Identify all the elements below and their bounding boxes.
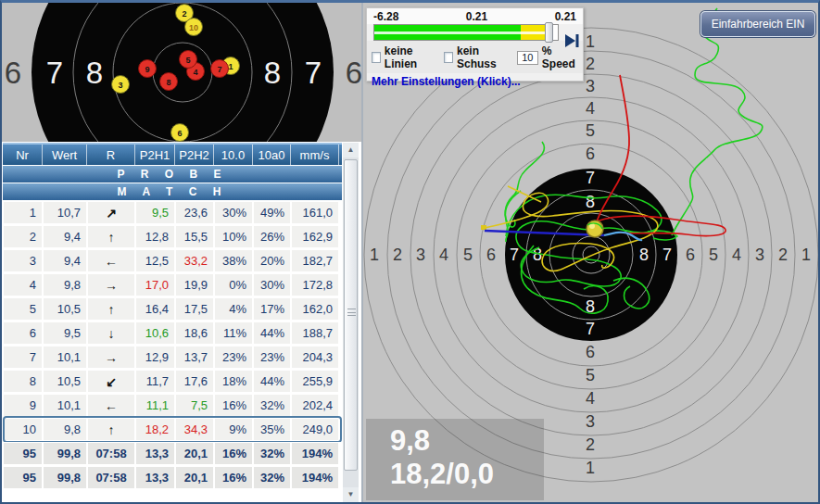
- table-row[interactable]: 510,5↑16,417,54%17%162,0: [3, 297, 342, 321]
- cell-wert: 9,4: [43, 225, 87, 248]
- cell-p2h1: 18,2: [135, 418, 175, 441]
- cell-wert: 10,7: [43, 201, 87, 224]
- ring-number: 4: [586, 389, 595, 408]
- einfahrbereich-button[interactable]: Einfahrbereich EIN: [700, 11, 815, 37]
- table-header: NrWertRP2H1P2H210.010a0mm/s: [3, 143, 342, 165]
- ring-number: 6: [586, 145, 595, 163]
- ring-number: 7: [510, 246, 519, 264]
- table-sum-row[interactable]: 9599,807:5813,320,116%32%194%: [3, 466, 342, 489]
- ring-number: 5: [586, 366, 595, 384]
- cell-t10: 9%: [214, 418, 253, 441]
- shot-marker-3: 3: [112, 76, 130, 94]
- column-header-nr: Nr: [3, 145, 43, 165]
- cell-mms: 249,0: [291, 418, 339, 441]
- column-header-p2h2: P2H2: [175, 145, 214, 165]
- ring-number: 6: [586, 343, 595, 361]
- table-row[interactable]: 810,5↙11,717,618%44%255,9: [3, 370, 342, 393]
- cell-t10a0: 32%: [253, 466, 291, 489]
- cell-t10a0: 20%: [253, 249, 291, 272]
- cell-wert: 9,4: [43, 249, 87, 272]
- column-header-10a0: 10a0: [253, 145, 291, 165]
- table-scrollbar[interactable]: ▲ ▼: [343, 143, 359, 502]
- ring-number: 3: [586, 412, 595, 431]
- table-row[interactable]: 910,1←11,17,516%32%202,4: [3, 394, 342, 417]
- cell-wert: 9,8: [43, 418, 87, 441]
- speed-input[interactable]: [517, 51, 538, 65]
- cell-p2h2: 17,5: [175, 297, 214, 321]
- table-row[interactable]: 39,4←12,533,238%20%182,7: [3, 249, 342, 272]
- shot-marker-9: 9: [139, 60, 157, 78]
- cell-nr: 7: [3, 346, 43, 369]
- cell-t10: 18%: [214, 370, 253, 393]
- scale-value-left: -6.28: [373, 10, 398, 23]
- scroll-up-icon[interactable]: ▲: [343, 143, 359, 158]
- table-row[interactable]: 110,7↗9,523,630%49%161,0: [3, 201, 342, 224]
- table-row[interactable]: 109,8↑18,234,39%35%249,0: [3, 418, 342, 441]
- cell-r: ↑: [87, 297, 135, 321]
- cell-mms: 194%: [291, 442, 339, 465]
- cell-t10: 10%: [214, 225, 253, 248]
- cell-p2h2: 20,1: [175, 442, 214, 465]
- play-button[interactable]: [563, 32, 580, 50]
- cell-nr: 95: [3, 466, 43, 489]
- cell-t10: 0%: [214, 273, 253, 296]
- table-sum-row[interactable]: 9599,807:5813,320,116%32%194%: [3, 442, 342, 465]
- svg-text:5: 5: [185, 56, 190, 65]
- cell-t10a0: 44%: [253, 370, 291, 393]
- checkbox-keine-linien-label: keine Linien: [385, 44, 435, 70]
- checkbox-kein-schuss[interactable]: [444, 52, 453, 63]
- cell-wert: 9,5: [43, 321, 87, 345]
- cell-t10a0: 17%: [253, 297, 291, 321]
- cell-mms: 182,7: [291, 249, 339, 272]
- last-shot-score: 9,8: [390, 424, 544, 458]
- cell-t10a0: 32%: [253, 442, 291, 465]
- ring-number: 5: [709, 246, 718, 264]
- cell-p2h2: 34,3: [175, 418, 214, 441]
- ring-number: 3: [416, 246, 425, 264]
- ring-number: 8: [639, 246, 649, 264]
- cell-mms: 161,0: [291, 201, 339, 224]
- cell-t10: 16%: [214, 442, 253, 465]
- ring-number: 8: [586, 193, 595, 211]
- cell-r: →: [87, 346, 135, 369]
- cell-t10a0: 26%: [253, 225, 291, 248]
- table-row[interactable]: 29,4↑12,815,510%26%162,9: [3, 225, 342, 248]
- ring-number: 6: [486, 246, 496, 264]
- cell-p2h1: 11,1: [135, 394, 175, 417]
- cell-nr: 8: [3, 370, 43, 393]
- cell-r: ↓: [87, 321, 135, 345]
- cell-wert: 10,1: [43, 346, 87, 369]
- cell-r: 07:58: [87, 442, 135, 465]
- cell-nr: 1: [3, 201, 43, 224]
- more-settings-link[interactable]: Mehr Einstellungen (Klick)...: [367, 73, 583, 90]
- cell-t10: 11%: [214, 321, 253, 345]
- cell-mms: 162,0: [291, 297, 339, 321]
- table-row[interactable]: 49,8→17,019,90%30%172,8: [3, 273, 342, 296]
- cell-wert: 99,8: [43, 466, 87, 489]
- table-row[interactable]: 710,1→12,913,723%23%204,3: [3, 346, 342, 369]
- svg-text:7: 7: [217, 65, 221, 74]
- ring-number: 1: [586, 459, 595, 477]
- scrollbar-thumb[interactable]: [344, 159, 358, 471]
- mini-target-svg: 67887621093861457: [2, 3, 361, 142]
- trace-progress-bar[interactable]: [373, 24, 559, 41]
- checkbox-keine-linien[interactable]: [372, 52, 381, 63]
- cell-nr: 9: [3, 394, 43, 417]
- cell-t10a0: 32%: [253, 394, 291, 417]
- play-icon: [563, 32, 580, 50]
- ring-number: 3: [755, 246, 764, 264]
- cell-p2h1: 10,6: [135, 321, 175, 345]
- cell-t10: 16%: [214, 394, 253, 417]
- scale-value-mid: 0.21: [466, 10, 487, 23]
- cell-t10a0: 23%: [253, 346, 291, 369]
- mini-ring-number: 6: [346, 56, 361, 90]
- slider-thumb[interactable]: [545, 22, 553, 43]
- cell-t10: 16%: [214, 466, 253, 489]
- cell-r: ←: [87, 249, 135, 272]
- ring-number: 4: [586, 99, 595, 118]
- cell-nr: 2: [3, 225, 43, 248]
- shot-table: NrWertRP2H1P2H210.010a0mm/sP R O B EM A …: [3, 143, 342, 489]
- table-row[interactable]: 69,5↓10,618,611%44%188,7: [3, 321, 342, 345]
- cell-mms: 255,9: [291, 370, 339, 393]
- scroll-down-icon[interactable]: ▼: [343, 487, 359, 502]
